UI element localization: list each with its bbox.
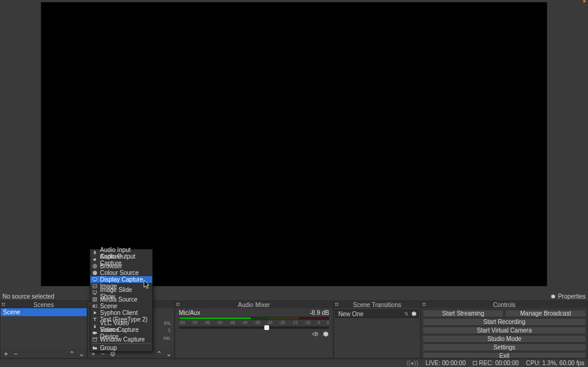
ctx-item-window-capture[interactable]: Window Capture: [90, 336, 152, 343]
mixer-title: Audio Mixer: [238, 302, 270, 308]
camera-icon: [92, 330, 98, 336]
svg-point-24: [93, 273, 94, 274]
ctx-item-display-capture[interactable]: Display Capture: [90, 276, 152, 283]
svg-rect-1: [4, 303, 5, 304]
start-streaming-button[interactable]: Start Streaming: [423, 309, 504, 317]
live-status: LIVE: 00:00:00: [426, 360, 466, 366]
folder-icon: [92, 345, 98, 351]
scene-item[interactable]: Scene: [1, 308, 87, 316]
transition-dropdown[interactable]: New One ⇅: [335, 309, 419, 318]
text-icon: [92, 317, 98, 323]
remove-scene-button[interactable]: −: [13, 351, 19, 357]
chevron-updown-icon: ⇅: [404, 311, 409, 317]
scene-icon: [92, 303, 98, 309]
cpu-status: CPU: 1.3%, 60.00 fps: [526, 360, 584, 366]
slides-icon: [92, 290, 98, 296]
gear-icon[interactable]: [411, 311, 417, 317]
add-scene-button[interactable]: +: [3, 351, 9, 357]
controls-header[interactable]: Controls: [421, 301, 587, 308]
meter-ticks: -60-55-50-45-40-35-30-25-20-15-10-50: [179, 320, 329, 325]
start-recording-button[interactable]: Start Recording: [423, 318, 586, 326]
ctx-item-audio-output-capture[interactable]: Audio Output Capture: [90, 256, 152, 263]
grip-icon: [335, 302, 340, 307]
properties-button[interactable]: Properties: [550, 293, 586, 300]
properties-label: Properties: [558, 293, 586, 300]
scenes-header[interactable]: Scenes: [1, 301, 87, 308]
ctx-item-scene[interactable]: Scene: [90, 303, 152, 309]
svg-point-33: [93, 327, 95, 328]
svg-rect-8: [176, 303, 178, 304]
svg-rect-12: [335, 303, 336, 304]
controls-dock: Controls Start Streaming Manage Broadcas…: [421, 300, 588, 359]
svg-rect-30: [93, 298, 96, 302]
preview-canvas[interactable]: [41, 2, 547, 286]
transitions-dock: Scene Transitions New One ⇅: [333, 300, 421, 359]
transitions-header[interactable]: Scene Transitions: [334, 301, 420, 308]
preview-area: [0, 0, 588, 292]
image-icon: [92, 283, 98, 289]
channel-settings-button[interactable]: [322, 330, 329, 337]
move-up-button[interactable]: ⌃: [68, 351, 75, 357]
svg-rect-17: [424, 303, 426, 304]
transition-value: New One: [338, 311, 364, 317]
start-virtual-camera-button[interactable]: Start Virtual Camera: [423, 326, 586, 334]
ctx-item-label: Media Source: [100, 296, 138, 303]
play-icon: [92, 310, 98, 316]
channel-name: Mic/Aux: [179, 309, 201, 316]
svg-rect-35: [93, 338, 97, 342]
svg-point-21: [93, 271, 97, 275]
studio-mode-button[interactable]: Studio Mode: [423, 335, 586, 343]
status-bar: ((●)) LIVE: 00:00:00 REC: 00:00:00 CPU: …: [0, 359, 588, 367]
ctx-item-label: Colour Source: [100, 269, 139, 276]
exit-button[interactable]: Exit: [423, 352, 586, 358]
ctx-item-label: Group: [100, 345, 117, 351]
move-up-button[interactable]: ⌃: [156, 351, 162, 357]
svg-rect-26: [93, 285, 97, 288]
mute-button[interactable]: [311, 330, 318, 337]
docks-row: Scenes Scene + − ⌃ ⌄ Sources es, t. ne. …: [0, 300, 588, 359]
slider-thumb[interactable]: [264, 325, 269, 330]
rec-status: REC: 00:00:00: [473, 360, 519, 366]
ctx-item-label: Scene: [100, 303, 117, 309]
mixer-header[interactable]: Audio Mixer: [175, 301, 333, 308]
palette-icon: [92, 270, 98, 276]
ctx-separator: [92, 343, 151, 344]
svg-rect-34: [93, 332, 96, 334]
svg-rect-32: [93, 305, 95, 306]
add-source-context-menu[interactable]: Audio Input CaptureAudio Output CaptureB…: [90, 249, 153, 352]
speaker-icon: [92, 257, 98, 263]
ctx-item-group[interactable]: Group: [90, 345, 152, 351]
audio-mixer-dock: Audio Mixer Mic/Aux -8.9 dB -60-55-50-45…: [175, 300, 333, 359]
ctx-item-label: Window Capture: [100, 336, 145, 343]
ctx-item-syphon-client[interactable]: Syphon Client: [90, 309, 152, 316]
volume-meter: [179, 317, 329, 320]
grip-icon: [2, 302, 7, 307]
controls-title: Controls: [493, 302, 515, 308]
svg-rect-28: [93, 291, 96, 294]
svg-rect-13: [337, 303, 338, 304]
no-source-label: No source selected: [2, 293, 550, 300]
indicator-dot: [583, 0, 586, 2]
controls-body: Start Streaming Manage Broadcast Start R…: [421, 308, 587, 358]
ctx-item-image-slide-show[interactable]: Image Slide Show: [90, 289, 152, 296]
scenes-list[interactable]: Scene: [1, 308, 87, 349]
ctx-item-video-capture-device[interactable]: Video Capture Device: [90, 329, 152, 336]
ctx-item-label: Syphon Client: [100, 309, 138, 316]
svg-rect-9: [178, 303, 179, 304]
grip-icon: [423, 302, 427, 307]
svg-rect-10: [176, 305, 178, 306]
settings-button[interactable]: Settings: [423, 343, 586, 351]
ctx-item-colour-source[interactable]: Colour Source: [90, 269, 152, 276]
svg-rect-2: [2, 305, 3, 306]
svg-rect-15: [337, 305, 338, 306]
gear-icon: [550, 294, 556, 299]
volume-slider[interactable]: [179, 326, 329, 329]
svg-rect-0: [2, 303, 3, 304]
grip-icon: [176, 302, 181, 307]
move-down-button[interactable]: ⌄: [78, 351, 84, 357]
mixer-body: Mic/Aux -8.9 dB -60-55-50-45-40-35-30-25…: [175, 308, 333, 358]
svg-rect-14: [335, 305, 336, 306]
ctx-item-label: Display Capture: [100, 276, 143, 283]
move-down-button[interactable]: ⌄: [165, 351, 172, 357]
manage-broadcast-button[interactable]: Manage Broadcast: [505, 309, 586, 317]
